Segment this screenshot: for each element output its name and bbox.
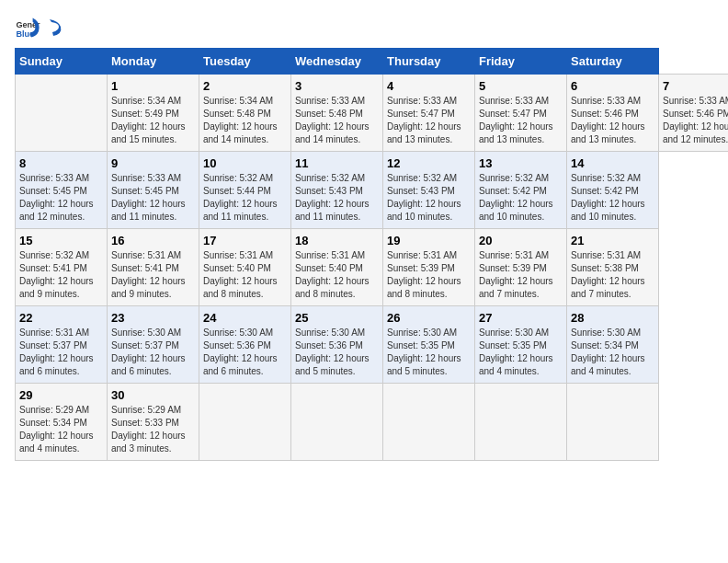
day-info: Sunrise: 5:33 AM Sunset: 5:47 PM Dayligh… bbox=[387, 95, 471, 146]
day-info: Sunrise: 5:34 AM Sunset: 5:48 PM Dayligh… bbox=[203, 95, 287, 146]
day-number: 29 bbox=[19, 388, 103, 402]
day-info: Sunrise: 5:31 AM Sunset: 5:40 PM Dayligh… bbox=[295, 249, 379, 301]
day-number: 22 bbox=[19, 311, 103, 325]
calendar-cell: 1Sunrise: 5:34 AM Sunset: 5:49 PM Daylig… bbox=[108, 75, 199, 152]
day-info: Sunrise: 5:29 AM Sunset: 5:33 PM Dayligh… bbox=[111, 404, 195, 455]
calendar-cell: 27Sunrise: 5:30 AM Sunset: 5:35 PM Dayli… bbox=[475, 306, 567, 384]
day-number: 21 bbox=[571, 234, 654, 247]
calendar-cell bbox=[475, 384, 567, 461]
day-number: 19 bbox=[387, 234, 471, 247]
day-info: Sunrise: 5:32 AM Sunset: 5:41 PM Dayligh… bbox=[19, 249, 103, 301]
calendar-cell: 8Sunrise: 5:33 AM Sunset: 5:45 PM Daylig… bbox=[16, 152, 108, 229]
day-info: Sunrise: 5:32 AM Sunset: 5:44 PM Dayligh… bbox=[203, 172, 287, 224]
calendar-cell: 28Sunrise: 5:30 AM Sunset: 5:34 PM Dayli… bbox=[567, 306, 659, 384]
day-info: Sunrise: 5:33 AM Sunset: 5:45 PM Dayligh… bbox=[19, 172, 103, 224]
day-number: 30 bbox=[111, 388, 195, 402]
calendar-cell bbox=[199, 384, 291, 461]
weekday-header: Wednesday bbox=[291, 49, 383, 75]
day-number: 16 bbox=[111, 234, 195, 247]
day-info: Sunrise: 5:33 AM Sunset: 5:46 PM Dayligh… bbox=[571, 95, 654, 146]
calendar-cell: 10Sunrise: 5:32 AM Sunset: 5:44 PM Dayli… bbox=[199, 152, 291, 229]
calendar-cell: 4Sunrise: 5:33 AM Sunset: 5:47 PM Daylig… bbox=[383, 75, 475, 152]
calendar-cell: 9Sunrise: 5:33 AM Sunset: 5:45 PM Daylig… bbox=[108, 152, 199, 229]
logo: General Blue bbox=[15, 15, 63, 40]
day-info: Sunrise: 5:31 AM Sunset: 5:41 PM Dayligh… bbox=[111, 249, 195, 301]
day-info: Sunrise: 5:32 AM Sunset: 5:42 PM Dayligh… bbox=[571, 172, 654, 224]
weekday-header: Sunday bbox=[16, 49, 108, 75]
calendar-table: SundayMondayTuesdayWednesdayThursdayFrid… bbox=[15, 48, 728, 461]
day-info: Sunrise: 5:32 AM Sunset: 5:42 PM Dayligh… bbox=[479, 172, 563, 224]
day-info: Sunrise: 5:30 AM Sunset: 5:36 PM Dayligh… bbox=[295, 327, 379, 378]
day-info: Sunrise: 5:30 AM Sunset: 5:35 PM Dayligh… bbox=[479, 327, 563, 378]
calendar-cell: 7Sunrise: 5:33 AM Sunset: 5:46 PM Daylig… bbox=[659, 75, 729, 152]
day-number: 10 bbox=[203, 156, 287, 170]
calendar-cell: 11Sunrise: 5:32 AM Sunset: 5:43 PM Dayli… bbox=[291, 152, 383, 229]
svg-text:Blue: Blue bbox=[16, 29, 34, 39]
day-number: 15 bbox=[19, 234, 103, 247]
day-number: 24 bbox=[203, 311, 287, 325]
calendar-cell: 2Sunrise: 5:34 AM Sunset: 5:48 PM Daylig… bbox=[199, 75, 291, 152]
day-number: 28 bbox=[571, 311, 654, 325]
calendar-cell: 12Sunrise: 5:32 AM Sunset: 5:43 PM Dayli… bbox=[383, 152, 475, 229]
calendar-cell: 25Sunrise: 5:30 AM Sunset: 5:36 PM Dayli… bbox=[291, 306, 383, 384]
day-number: 6 bbox=[571, 79, 654, 93]
calendar-cell: 18Sunrise: 5:31 AM Sunset: 5:40 PM Dayli… bbox=[291, 229, 383, 306]
day-number: 18 bbox=[295, 234, 379, 247]
calendar-cell: 30Sunrise: 5:29 AM Sunset: 5:33 PM Dayli… bbox=[108, 384, 199, 461]
day-info: Sunrise: 5:33 AM Sunset: 5:46 PM Dayligh… bbox=[663, 95, 728, 146]
calendar-cell: 13Sunrise: 5:32 AM Sunset: 5:42 PM Dayli… bbox=[475, 152, 567, 229]
weekday-header: Saturday bbox=[567, 49, 659, 75]
calendar-cell: 23Sunrise: 5:30 AM Sunset: 5:37 PM Dayli… bbox=[108, 306, 199, 384]
day-number: 20 bbox=[479, 234, 563, 247]
day-info: Sunrise: 5:29 AM Sunset: 5:34 PM Dayligh… bbox=[19, 404, 103, 455]
day-info: Sunrise: 5:33 AM Sunset: 5:48 PM Dayligh… bbox=[295, 95, 379, 146]
day-info: Sunrise: 5:30 AM Sunset: 5:35 PM Dayligh… bbox=[387, 327, 471, 378]
calendar-cell: 5Sunrise: 5:33 AM Sunset: 5:47 PM Daylig… bbox=[475, 75, 567, 152]
empty-cell bbox=[16, 75, 108, 152]
day-number: 17 bbox=[203, 234, 287, 247]
calendar-cell: 22Sunrise: 5:31 AM Sunset: 5:37 PM Dayli… bbox=[16, 306, 108, 384]
day-info: Sunrise: 5:30 AM Sunset: 5:34 PM Dayligh… bbox=[571, 327, 654, 378]
calendar-cell: 16Sunrise: 5:31 AM Sunset: 5:41 PM Dayli… bbox=[108, 229, 199, 306]
calendar-cell: 19Sunrise: 5:31 AM Sunset: 5:39 PM Dayli… bbox=[383, 229, 475, 306]
calendar-cell: 21Sunrise: 5:31 AM Sunset: 5:38 PM Dayli… bbox=[567, 229, 659, 306]
day-number: 7 bbox=[663, 79, 728, 93]
calendar-cell: 14Sunrise: 5:32 AM Sunset: 5:42 PM Dayli… bbox=[567, 152, 659, 229]
day-number: 12 bbox=[387, 156, 471, 170]
calendar-cell: 24Sunrise: 5:30 AM Sunset: 5:36 PM Dayli… bbox=[199, 306, 291, 384]
day-info: Sunrise: 5:31 AM Sunset: 5:39 PM Dayligh… bbox=[479, 249, 563, 301]
day-number: 1 bbox=[111, 79, 195, 93]
page-header: General Blue bbox=[15, 15, 713, 40]
day-number: 27 bbox=[479, 311, 563, 325]
day-number: 4 bbox=[387, 79, 471, 93]
calendar-cell: 6Sunrise: 5:33 AM Sunset: 5:46 PM Daylig… bbox=[567, 75, 659, 152]
day-info: Sunrise: 5:32 AM Sunset: 5:43 PM Dayligh… bbox=[387, 172, 471, 224]
day-number: 8 bbox=[19, 156, 103, 170]
day-number: 3 bbox=[295, 79, 379, 93]
day-info: Sunrise: 5:31 AM Sunset: 5:39 PM Dayligh… bbox=[387, 249, 471, 301]
day-info: Sunrise: 5:30 AM Sunset: 5:37 PM Dayligh… bbox=[111, 327, 195, 378]
day-number: 14 bbox=[571, 156, 654, 170]
day-number: 26 bbox=[387, 311, 471, 325]
day-info: Sunrise: 5:33 AM Sunset: 5:45 PM Dayligh… bbox=[111, 172, 195, 224]
day-number: 25 bbox=[295, 311, 379, 325]
day-info: Sunrise: 5:32 AM Sunset: 5:43 PM Dayligh… bbox=[295, 172, 379, 224]
day-number: 11 bbox=[295, 156, 379, 170]
calendar-cell: 29Sunrise: 5:29 AM Sunset: 5:34 PM Dayli… bbox=[16, 384, 108, 461]
day-info: Sunrise: 5:34 AM Sunset: 5:49 PM Dayligh… bbox=[111, 95, 195, 146]
weekday-header: Tuesday bbox=[199, 49, 291, 75]
day-number: 2 bbox=[203, 79, 287, 93]
weekday-header: Friday bbox=[475, 49, 567, 75]
day-info: Sunrise: 5:31 AM Sunset: 5:38 PM Dayligh… bbox=[571, 249, 654, 301]
calendar-cell bbox=[383, 384, 475, 461]
day-info: Sunrise: 5:31 AM Sunset: 5:37 PM Dayligh… bbox=[19, 327, 103, 378]
calendar-cell: 26Sunrise: 5:30 AM Sunset: 5:35 PM Dayli… bbox=[383, 306, 475, 384]
day-number: 5 bbox=[479, 79, 563, 93]
weekday-header: Thursday bbox=[383, 49, 475, 75]
calendar-cell bbox=[291, 384, 383, 461]
calendar-cell bbox=[567, 384, 659, 461]
day-info: Sunrise: 5:33 AM Sunset: 5:47 PM Dayligh… bbox=[479, 95, 563, 146]
day-number: 23 bbox=[111, 311, 195, 325]
day-info: Sunrise: 5:30 AM Sunset: 5:36 PM Dayligh… bbox=[203, 327, 287, 378]
calendar-cell: 17Sunrise: 5:31 AM Sunset: 5:40 PM Dayli… bbox=[199, 229, 291, 306]
